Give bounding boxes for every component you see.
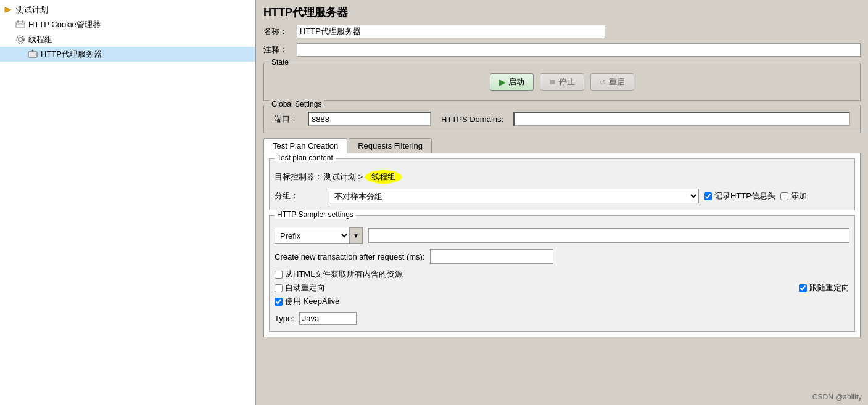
follow-redirect-checkbox[interactable]: 跟随重定向 — [799, 282, 849, 293]
auto-redirect-label: 自动重定向 — [285, 282, 325, 293]
https-input[interactable] — [513, 112, 850, 126]
group-select[interactable]: 不对样本分组 — [329, 189, 699, 203]
prefix-select-container: Prefix ▼ — [275, 227, 363, 244]
sampler-text-input[interactable] — [368, 228, 849, 243]
port-label: 端口： — [274, 113, 298, 125]
record-header-input[interactable] — [704, 192, 712, 200]
sidebar-item-thread-group[interactable]: 线程组 — [0, 32, 255, 47]
target-row: 目标控制器： 测试计划 > 线程组 — [275, 168, 849, 186]
state-group-label: State — [269, 58, 291, 67]
port-input[interactable] — [308, 112, 431, 126]
keepalive-checkbox[interactable]: 使用 KeepAlive — [275, 296, 339, 307]
sidebar-item-label: 线程组 — [28, 34, 52, 45]
auto-redirect-input[interactable] — [275, 284, 283, 292]
restart-button[interactable]: ↺ 重启 — [590, 73, 634, 91]
comment-label: 注释： — [263, 44, 294, 55]
tab-label: Requests Filtering — [358, 141, 423, 150]
transaction-row: Create new transaction after request (ms… — [275, 247, 849, 266]
checkbox-row-3: 使用 KeepAlive — [275, 296, 849, 307]
group-label: 分组： — [275, 190, 324, 202]
start-label: 启动 — [508, 76, 524, 88]
svg-rect-3 — [17, 20, 19, 23]
http-sampler-label: HTTP Sampler settings — [275, 210, 356, 219]
add-checkbox[interactable]: 添加 — [780, 190, 807, 202]
tab-requests-filtering[interactable]: Requests Filtering — [349, 138, 432, 153]
add-input[interactable] — [780, 192, 788, 200]
sidebar-item-test-plan[interactable]: 测试计划 — [0, 2, 255, 17]
http-sampler-group: HTTP Sampler settings Prefix ▼ Create ne… — [269, 215, 855, 332]
target-prefix: 测试计划 > — [324, 171, 363, 182]
keepalive-label: 使用 KeepAlive — [285, 296, 339, 307]
stop-label: 停止 — [559, 76, 575, 88]
name-section: 名称： 注释： — [256, 22, 868, 59]
record-header-checkbox[interactable]: 记录HTTP信息头 — [704, 190, 775, 202]
transaction-label: Create new transaction after request (ms… — [275, 252, 425, 261]
svg-rect-1 — [16, 22, 25, 28]
name-row: 名称： — [263, 22, 861, 41]
checkboxes-section: 从HTML文件获取所有内含的资源 自动重定向 跟随重定向 — [275, 266, 849, 309]
state-controls: ▶ 启动 ⏹ 停止 ↺ 重启 — [269, 67, 855, 97]
stop-button[interactable]: ⏹ 停止 — [540, 73, 584, 91]
checkbox-row-1: 从HTML文件获取所有内含的资源 — [275, 269, 849, 280]
svg-marker-0 — [5, 7, 11, 12]
target-highlighted: 线程组 — [365, 170, 402, 184]
sidebar-item-label: HTTP Cookie管理器 — [28, 19, 101, 30]
target-label: 目标控制器： — [275, 171, 324, 182]
test-plan-content-label: Test plan content — [275, 153, 336, 162]
sidebar-item-http-proxy[interactable]: HTTP代理服务器 — [0, 47, 255, 62]
comment-row: 注释： — [263, 41, 861, 59]
watermark: CSDN @ability — [812, 393, 862, 401]
name-label: 名称： — [263, 26, 294, 37]
sidebar: 测试计划 HTTP Cookie管理器 线程组 — [0, 0, 256, 405]
state-group: State ▶ 启动 ⏹ 停止 ↺ 重启 — [263, 63, 861, 101]
sidebar-item-label: HTTP代理服务器 — [41, 49, 102, 60]
global-settings-row: 端口： HTTPS Domains: — [269, 109, 855, 129]
proxy-icon — [27, 49, 38, 60]
checkbox-row-2: 自动重定向 跟随重定向 — [275, 282, 849, 293]
add-label: 添加 — [791, 190, 807, 202]
keepalive-input[interactable] — [275, 298, 283, 306]
prefix-row: Prefix ▼ — [275, 224, 849, 247]
svg-point-5 — [19, 38, 22, 41]
follow-redirect-input[interactable] — [799, 284, 807, 292]
stop-icon: ⏹ — [549, 78, 556, 86]
prefix-select[interactable]: Prefix — [275, 227, 349, 243]
global-settings-label: Global Settings — [269, 100, 324, 108]
follow-redirect-label: 跟随重定向 — [809, 282, 849, 293]
tab-test-plan-creation[interactable]: Test Plan Creation — [263, 138, 347, 153]
prefix-dropdown-btn[interactable]: ▼ — [349, 227, 363, 243]
svg-point-9 — [32, 50, 34, 52]
restart-icon: ↺ — [600, 78, 606, 87]
svg-rect-8 — [30, 53, 36, 56]
sidebar-item-http-cookie[interactable]: HTTP Cookie管理器 — [0, 17, 255, 32]
triangle-icon — [2, 4, 14, 15]
main-content: HTTP代理服务器 名称： 注释： State ▶ 启动 ⏹ 停止 ↺ 重启 — [256, 0, 868, 405]
record-header-label: 记录HTTP信息头 — [714, 190, 775, 202]
type-row: Type: Java — [275, 309, 849, 327]
gear-icon — [15, 34, 26, 45]
transaction-input[interactable] — [430, 249, 553, 264]
tab-label: Test Plan Creation — [273, 141, 338, 150]
name-input[interactable] — [297, 25, 605, 38]
start-button[interactable]: ▶ 启动 — [490, 73, 534, 91]
comment-input[interactable] — [297, 43, 861, 57]
cookie-icon — [15, 19, 26, 30]
restart-label: 重启 — [609, 76, 625, 88]
global-settings-group: Global Settings 端口： HTTPS Domains: — [263, 105, 861, 133]
sidebar-item-label: 测试计划 — [16, 4, 48, 15]
group-row: 分组： 不对样本分组 记录HTTP信息头 添加 — [275, 186, 849, 206]
tab-content: Test plan content 目标控制器： 测试计划 > 线程组 分组： … — [263, 153, 861, 337]
panel-title: HTTP代理服务器 — [256, 0, 868, 22]
https-label: HTTPS Domains: — [441, 115, 503, 124]
tabs-container: Test Plan Creation Requests Filtering — [263, 138, 861, 153]
play-icon: ▶ — [499, 77, 506, 87]
html-resources-input[interactable] — [275, 271, 283, 279]
test-plan-content-group: Test plan content 目标控制器： 测试计划 > 线程组 分组： … — [269, 158, 855, 210]
auto-redirect-checkbox[interactable]: 自动重定向 — [275, 282, 325, 293]
type-label: Type: — [275, 314, 294, 323]
svg-rect-4 — [22, 20, 23, 23]
type-value: Java — [299, 312, 357, 325]
html-resources-label: 从HTML文件获取所有内含的资源 — [285, 269, 403, 280]
html-resources-checkbox[interactable]: 从HTML文件获取所有内含的资源 — [275, 269, 403, 280]
svg-point-6 — [17, 36, 24, 43]
